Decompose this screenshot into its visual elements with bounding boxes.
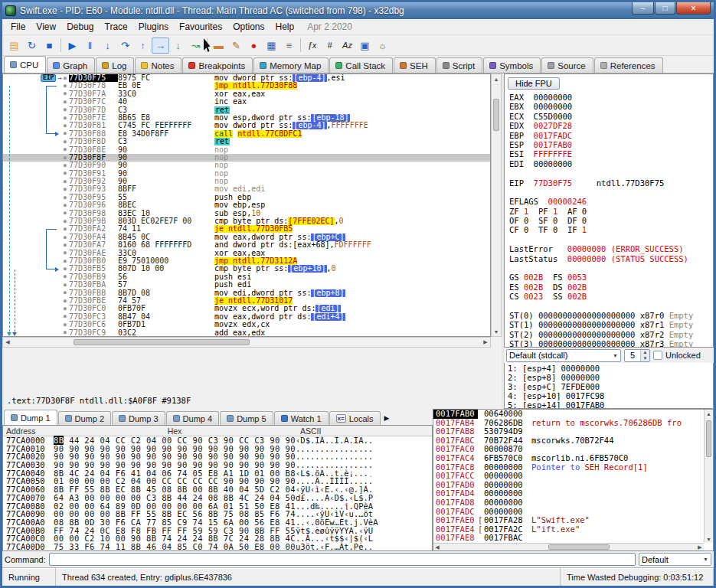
- tab-scroll-right-icon[interactable]: ▶: [384, 414, 390, 422]
- animate-into-button[interactable]: ↓: [169, 38, 187, 54]
- stack-row[interactable]: 0017FAB0 00640000: [433, 410, 704, 419]
- tab-dump-3[interactable]: Dump 3: [112, 411, 165, 425]
- tab-dump-1[interactable]: Dump 1: [4, 410, 57, 426]
- stack-row[interactable]: 0017FAC4 6FB570C0mscorlib.ni.6FB570C0: [433, 454, 704, 463]
- breakpoint-dot-icon[interactable]: ●: [64, 179, 67, 185]
- breakpoint-dot-icon[interactable]: ●: [64, 250, 67, 256]
- calling-convention-select[interactable]: Default (stdcall) ▼: [506, 349, 621, 362]
- command-script-select[interactable]: Default ▼: [639, 553, 711, 566]
- tab-seh[interactable]: SEH: [394, 57, 436, 73]
- register-line[interactable]: ECX C55D0000: [509, 112, 713, 121]
- register-line[interactable]: EBP 0017FADC: [509, 131, 713, 140]
- register-line[interactable]: ST(0) 00000000000000000000 x87r0 Empty: [509, 311, 713, 320]
- argument-count-stepper[interactable]: 5 ▲▼: [624, 349, 650, 362]
- tab-source[interactable]: Source: [541, 57, 593, 73]
- command-input[interactable]: [49, 553, 636, 566]
- stepper-down-icon[interactable]: ▼: [641, 355, 649, 361]
- tab-log[interactable]: Log: [96, 57, 134, 73]
- tab-script[interactable]: Script: [436, 57, 482, 73]
- breakpoint-dot-icon[interactable]: ●: [64, 259, 67, 264]
- breakpoint-dot-icon[interactable]: ●: [64, 243, 67, 248]
- menu-options[interactable]: Options: [227, 20, 270, 34]
- menu-plugins[interactable]: Plugins: [133, 20, 174, 34]
- run-button[interactable]: ▶: [64, 38, 81, 54]
- breakpoint-dot-icon[interactable]: ●: [64, 91, 67, 96]
- register-line[interactable]: LastStatus 00000000 (STATUS_SUCCESS): [509, 254, 713, 263]
- hide-fpu-button[interactable]: Hide FPU: [508, 77, 560, 90]
- maximize-button[interactable]: □: [655, 2, 675, 15]
- register-line[interactable]: EDI 00000000: [509, 159, 713, 168]
- menu-debug[interactable]: Debug: [61, 20, 99, 34]
- breakpoint-dot-icon[interactable]: ●: [64, 227, 67, 232]
- memory-map-button[interactable]: ▦: [263, 38, 280, 54]
- breakpoint-dot-icon[interactable]: ●: [64, 100, 67, 105]
- register-line[interactable]: ST(1) 00000000000000000000 x87r1 Empty: [509, 320, 713, 329]
- register-line[interactable]: EDX 0027DF28: [509, 121, 713, 130]
- step-over-button[interactable]: ↷: [116, 38, 134, 54]
- register-line[interactable]: EBX 00000000: [509, 102, 713, 111]
- breakpoint-button[interactable]: ●: [245, 38, 263, 54]
- tab-call-stack[interactable]: Call Stack: [329, 57, 393, 73]
- register-line[interactable]: EFLAGS 00000246: [509, 197, 713, 206]
- disasm-row[interactable]: ●77D30FC60FB7D1movzx edx,cx: [3, 321, 490, 328]
- argument-rows[interactable]: 1: [esp+4] 000000002: [esp+8] 000000003:…: [504, 363, 714, 409]
- breakpoint-dot-icon[interactable]: ●: [64, 107, 67, 113]
- breakpoint-dot-icon[interactable]: ●: [64, 131, 67, 136]
- tab-dump-2[interactable]: Dump 2: [58, 411, 112, 425]
- dump-row[interactable]: 77CA00D075 33 F6 74 11 8B 46 04 85 C0 74…: [3, 543, 432, 551]
- breakpoint-dot-icon[interactable]: ●: [64, 203, 67, 208]
- menu-help[interactable]: Help: [270, 20, 300, 34]
- disasm-row[interactable]: ●77D30FC903C2add eax,edx: [3, 329, 490, 337]
- tab-notes[interactable]: Notes: [135, 57, 181, 73]
- breakpoint-dot-icon[interactable]: ●: [64, 83, 67, 89]
- register-line[interactable]: EIP 77D30F75 ntdll.77D30F75: [509, 178, 713, 188]
- argument-row[interactable]: 1: [esp+4] 00000000: [508, 364, 713, 373]
- tab-dump-4[interactable]: Dump 4: [166, 411, 220, 425]
- tab-locals[interactable]: x=Locals: [329, 411, 381, 425]
- register-line[interactable]: [509, 188, 713, 197]
- breakpoint-dot-icon[interactable]: ●: [64, 219, 67, 224]
- register-line[interactable]: CS 0023 SS 002B: [509, 292, 713, 301]
- lock-checkbox[interactable]: [653, 351, 662, 360]
- disassembly-rows[interactable]: EIP→●77D30F758975 FCmov dword ptr ss:[eb…: [2, 74, 491, 337]
- menu-view[interactable]: View: [31, 20, 61, 34]
- tab-references[interactable]: References: [594, 57, 663, 73]
- breakpoint-dot-icon[interactable]: ●: [64, 235, 67, 240]
- run-to-user-code-button[interactable]: →: [152, 38, 169, 54]
- case-button[interactable]: Az: [338, 38, 356, 54]
- disassembly-horizontal-scrollbar[interactable]: ◀ ▶: [2, 337, 491, 348]
- stack-row[interactable]: 0017FAE0[0017FA28L"Swift.exe": [433, 516, 704, 525]
- register-line[interactable]: ESP 0017FAB0: [509, 140, 713, 149]
- menu-file[interactable]: File: [5, 20, 31, 34]
- breakpoint-dot-icon[interactable]: ●: [64, 211, 67, 216]
- register-line[interactable]: GS 002B FS 0053: [509, 273, 713, 282]
- fx-button[interactable]: ƒx: [303, 38, 321, 54]
- comment-button[interactable]: ✎: [227, 38, 245, 54]
- tab-breakpoints[interactable]: Breakpoints: [182, 57, 253, 73]
- argument-row[interactable]: 5: [esp+14] 0017FAB0: [508, 400, 713, 409]
- disasm-row[interactable]: ●77D30F7C40inc eax: [3, 98, 490, 106]
- breakpoint-dot-icon[interactable]: ●: [64, 123, 67, 129]
- stack-row[interactable]: 0017FAD8 00000000: [433, 498, 704, 508]
- menu-trace[interactable]: Trace: [100, 20, 133, 34]
- argument-row[interactable]: 4: [esp+10] 0017FC98: [508, 391, 713, 400]
- tab-graph[interactable]: Graph: [47, 57, 95, 73]
- register-line[interactable]: [509, 263, 713, 273]
- open-file-button[interactable]: ▤: [5, 38, 23, 54]
- menu-favourites[interactable]: Favourites: [174, 20, 227, 34]
- disasm-row[interactable]: ●77D30FBA57push edi: [3, 281, 490, 289]
- register-line[interactable]: [509, 168, 713, 178]
- breakpoint-dot-icon[interactable]: ●: [64, 330, 67, 335]
- patches-button[interactable]: ▬: [210, 38, 227, 54]
- breakpoint-dot-icon[interactable]: ●: [64, 195, 67, 201]
- breakpoint-dot-icon[interactable]: ●: [64, 76, 67, 81]
- register-lines[interactable]: EAX 00000000EBX 00000000ECX C55D0000EDX …: [505, 91, 713, 348]
- dump-rows[interactable]: 77CA00008B 44 24 04 CC C2 04 00 CC 90 C3…: [3, 436, 432, 551]
- breakpoint-dot-icon[interactable]: ●: [64, 274, 67, 279]
- register-line[interactable]: CF 0 TF 0 IF 1: [509, 225, 713, 234]
- pause-button[interactable]: ‖: [81, 38, 99, 54]
- minimize-button[interactable]: –: [632, 2, 654, 15]
- breakpoint-dot-icon[interactable]: ●: [64, 283, 67, 288]
- argument-row[interactable]: 3: [esp+C] 7EFDE000: [508, 382, 713, 391]
- tab-cpu[interactable]: CPU: [4, 56, 46, 74]
